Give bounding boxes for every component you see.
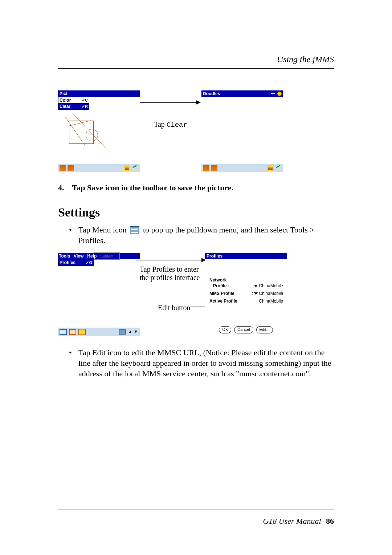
active-profile-label: Active Profile — [209, 299, 237, 304]
active-profile-row: Active Profile : ChinaMobile — [209, 299, 283, 304]
minimize-icon[interactable] — [271, 93, 275, 94]
mail-delete-icon[interactable] — [69, 329, 76, 335]
menu-icon[interactable] — [119, 329, 126, 335]
bullet-dot-icon: • — [69, 347, 72, 358]
arrow-right-icon — [140, 98, 201, 106]
statusbar-icon[interactable] — [68, 165, 74, 171]
titlebar-profiles-label: Profiles — [207, 253, 222, 259]
profile-select[interactable]: ChinaMobile — [254, 283, 283, 288]
settings-heading: Settings — [58, 206, 334, 219]
step-number: 4. — [58, 183, 64, 193]
mms-profile-row: MMS Profile : ChinaMobile — [209, 291, 283, 296]
nav-arrows-icon[interactable] — [128, 329, 138, 335]
pda-screen-compose: Tools View Help Profiles ✓O Subject — [58, 253, 140, 336]
footer-manual-title: G18 User Manual — [263, 516, 321, 526]
running-header: Using the jMMS — [58, 54, 334, 64]
arrow-label-1: Tap Clear — [154, 120, 187, 129]
bullet-menu-profiles: • Tap Menu icon to pop up the pulldown m… — [69, 224, 334, 246]
arrow-right-icon — [136, 256, 205, 264]
pict-menu-color-shortcut: ✓C — [82, 97, 88, 103]
tools-profiles-item[interactable]: Profiles ✓O — [58, 260, 93, 266]
note-edit-button: Edit button — [158, 304, 190, 312]
note-profiles: Tap Profiles to enter the profiles inter… — [140, 265, 205, 282]
pen-icon[interactable] — [132, 165, 138, 171]
pict-menu[interactable]: Color ✓C Clear ✓R — [58, 97, 89, 110]
annotation-column: Tap Profiles to enter the profiles inter… — [140, 253, 198, 336]
pda-screen-pict: Pict Color ✓C Clear ✓R — [58, 90, 140, 172]
titlebar-doodles-label: Doodles — [203, 90, 220, 97]
figure-row-2: Tools View Help Profiles ✓O Subject — [58, 253, 334, 336]
svg-line-1 — [73, 113, 109, 151]
mms-profile-select[interactable]: : ChinaMobile — [252, 291, 283, 296]
bullet-dot-icon: • — [69, 224, 72, 235]
statusbar-right — [201, 164, 283, 172]
pict-menu-clear-shortcut: ✓R — [82, 104, 88, 109]
page: Using the jMMS Pict Color ✓C Clear ✓R — [0, 0, 392, 555]
titlebar-doodles: Doodles — [201, 90, 283, 97]
compose-area — [58, 266, 140, 328]
titlebar-profiles: Profiles — [205, 253, 287, 259]
mail-out-icon[interactable] — [60, 329, 67, 335]
network-label: Network — [209, 278, 283, 283]
svg-marker-6 — [201, 258, 205, 262]
arrow-column-1: Tap Clear — [140, 90, 201, 129]
bullet-edit-mmsc: • Tap Edit icon to edit the MMSC URL, (N… — [69, 347, 334, 379]
dropdown-icon — [254, 285, 258, 287]
profile-row: Profile : ChinaMobile — [213, 283, 283, 288]
bullet1-lead: Tap Menu icon — [78, 225, 128, 234]
menu-icon — [130, 226, 139, 234]
folder-icon[interactable] — [78, 329, 86, 335]
statusbar-icon[interactable] — [60, 165, 66, 171]
titlebar-pict-label: Pict — [60, 90, 68, 97]
profile-label: Profile : — [213, 283, 229, 288]
mms-profile-label: MMS Profile — [209, 291, 234, 296]
tools-profiles-shortcut: ✓O — [86, 260, 92, 266]
profiles-buttons: OK Cancel Edit... — [205, 326, 287, 333]
svg-marker-4 — [196, 100, 201, 105]
bullet2-text: Tap Edit icon to edit the MMSC URL, (Not… — [78, 348, 331, 378]
footer: G18 User Manual 86 — [263, 516, 334, 526]
menu-tools[interactable]: Tools — [59, 253, 70, 259]
active-profile-value[interactable]: : ChinaMobile — [257, 299, 283, 304]
pen-icon[interactable] — [275, 165, 282, 171]
footer-page-number: 86 — [326, 516, 334, 526]
svg-line-2 — [68, 121, 91, 126]
statusbar-icon[interactable] — [211, 165, 217, 171]
step-text: Tap Save icon in the toolbar to save the… — [72, 183, 234, 193]
cancel-button[interactable]: Cancel — [234, 326, 253, 333]
doodle-canvas-right — [201, 97, 283, 164]
menu-view[interactable]: View — [74, 253, 83, 259]
pict-menu-clear-label: Clear — [60, 104, 70, 109]
figure-row-1: Pict Color ✓C Clear ✓R — [58, 90, 334, 172]
statusbar-icon[interactable] — [203, 165, 209, 171]
dropdown-icon — [254, 292, 258, 295]
profiles-body: Network Profile : ChinaMobile MMS Profil… — [205, 259, 287, 336]
statusbar-left — [58, 164, 140, 172]
footer-rule — [58, 510, 334, 510]
keyboard-icon[interactable] — [267, 165, 274, 171]
pda-screen-doodles: Doodles — [201, 90, 283, 172]
step-4: 4. Tap Save icon in the toolbar to save … — [58, 183, 334, 193]
record-icon[interactable] — [277, 92, 282, 96]
profiles-list: Network Profile : ChinaMobile MMS Profil… — [209, 278, 283, 306]
subject-field[interactable]: Subject — [94, 252, 120, 260]
edit-button[interactable]: Edit... — [256, 326, 273, 333]
tools-profiles-label: Profiles — [60, 260, 75, 266]
svg-line-0 — [65, 117, 85, 146]
pda-screen-profiles: Profiles Network Profile : ChinaMobile M… — [205, 253, 287, 336]
keyboard-icon[interactable] — [124, 165, 130, 171]
titlebar-pict: Pict — [58, 90, 140, 97]
header-rule — [58, 68, 334, 69]
tools-dropdown[interactable]: Profiles ✓O — [58, 259, 94, 266]
pict-menu-clear[interactable]: Clear ✓R — [58, 103, 89, 109]
pict-menu-color[interactable]: Color ✓C — [58, 97, 89, 103]
ok-button[interactable]: OK — [219, 326, 231, 333]
pict-menu-color-label: Color — [60, 97, 71, 103]
compose-statusbar — [58, 328, 140, 336]
